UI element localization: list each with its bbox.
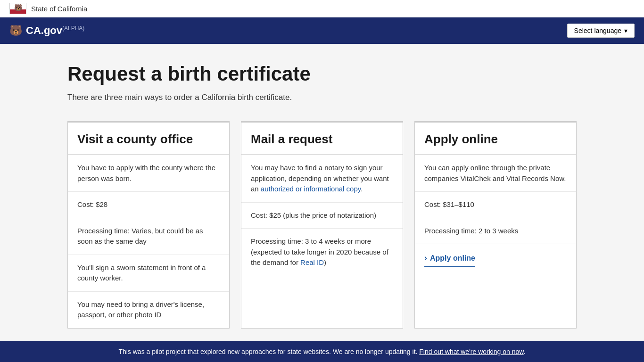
list-item: You can apply online through the private… xyxy=(415,155,576,192)
list-item: Cost: $31–$110 xyxy=(415,192,576,218)
apply-online-link[interactable]: › Apply online xyxy=(424,252,475,267)
apply-online-link-container: › Apply online xyxy=(415,244,576,275)
footer-text: This was a pilot project that explored n… xyxy=(118,348,417,355)
dropdown-arrow-icon: ▾ xyxy=(624,27,627,34)
chevron-right-icon: › xyxy=(424,252,427,264)
real-id-link[interactable]: Real ID xyxy=(300,258,324,266)
list-item: Cost: $28 xyxy=(68,192,229,218)
list-item: You have to apply with the county where … xyxy=(68,155,229,192)
list-item: Cost: $25 (plus the price of notarizatio… xyxy=(241,203,403,229)
page-title: Request a birth certificate xyxy=(67,63,577,85)
page-subtitle: There are three main ways to order a Cal… xyxy=(67,93,577,102)
apply-online-card-body: You can apply online through the private… xyxy=(415,155,576,275)
footer-link[interactable]: Find out what we're working on now xyxy=(419,348,523,355)
authorized-copy-link[interactable]: authorized or informational copy xyxy=(261,185,361,193)
list-item: Processing time: 3 to 4 weeks or more (e… xyxy=(241,229,403,276)
apply-online-card-title: Apply online xyxy=(424,132,567,147)
county-office-card-body: You have to apply with the county where … xyxy=(68,155,229,328)
county-office-card-title: Visit a county office xyxy=(77,132,220,147)
mail-request-card-body: You may have to find a notary to sign yo… xyxy=(241,155,403,276)
language-select-button[interactable]: Select language ▾ xyxy=(567,24,635,38)
bear-icon: 🐻 xyxy=(14,4,22,11)
county-office-card: Visit a county office You have to apply … xyxy=(67,121,230,329)
list-item: You may need to bring a driver's license… xyxy=(68,292,229,328)
mail-request-card: Mail a request You may have to find a no… xyxy=(241,121,403,329)
cards-grid: Visit a county office You have to apply … xyxy=(67,121,577,329)
nav-logo[interactable]: 🐻 CA.gov(ALPHA) xyxy=(9,25,84,37)
apply-online-card: Apply online You can apply online throug… xyxy=(414,121,577,329)
list-item: Processing time: Varies, but could be as… xyxy=(68,218,229,255)
nav-logo-text: CA.gov(ALPHA) xyxy=(26,25,84,37)
main-content: Request a birth certificate There are th… xyxy=(39,44,605,357)
ca-flag-icon: 🐻 xyxy=(9,3,26,14)
apply-online-card-header: Apply online xyxy=(415,123,576,155)
nav-bar: 🐻 CA.gov(ALPHA) Select language ▾ xyxy=(0,17,644,44)
list-item: You may have to find a notary to sign yo… xyxy=(241,155,403,203)
list-item: You'll sign a sworn statement in front o… xyxy=(68,255,229,292)
language-select-label: Select language xyxy=(574,27,621,34)
apply-online-link-label: Apply online xyxy=(430,253,475,264)
list-item: Processing time: 2 to 3 weeks xyxy=(415,218,576,245)
mail-request-card-title: Mail a request xyxy=(251,132,393,147)
county-office-card-header: Visit a county office xyxy=(68,123,229,155)
top-bar: 🐻 State of California xyxy=(0,0,644,17)
state-name: State of California xyxy=(31,5,87,13)
footer-banner: This was a pilot project that explored n… xyxy=(0,341,644,357)
mail-request-card-header: Mail a request xyxy=(241,123,403,155)
nav-bear-icon: 🐻 xyxy=(9,25,22,37)
